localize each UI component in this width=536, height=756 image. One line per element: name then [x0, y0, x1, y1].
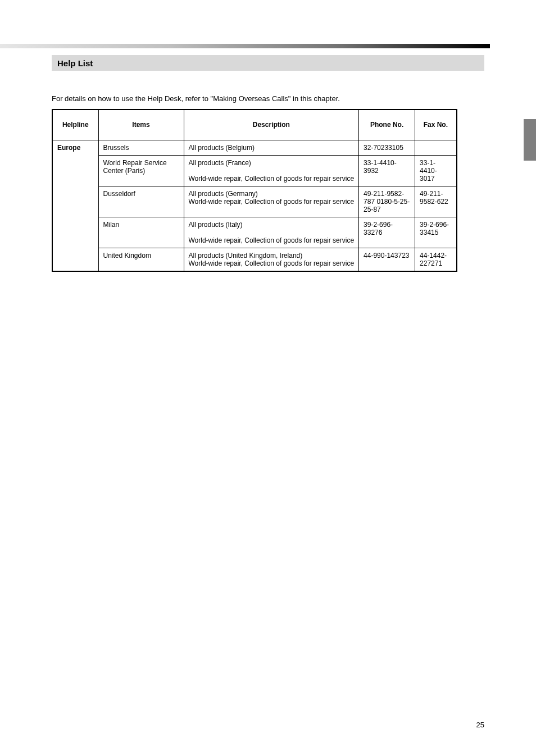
cell-phone: 44-990-143723 [359, 248, 415, 271]
section-note: For details on how to use the Help Desk,… [52, 94, 340, 103]
th-helpline: Helpline [52, 110, 98, 140]
cell-item: United Kingdom [98, 248, 184, 271]
cell-phone: 33-1-4410-3932 [359, 155, 415, 186]
helpline-group: Europe [52, 140, 98, 271]
cell-item: Milan [98, 217, 184, 248]
cell-phone: 39-2-696-33276 [359, 217, 415, 248]
top-gradient-bar [0, 44, 490, 48]
cell-description: All products (Belgium) [184, 140, 359, 155]
table-row: United Kingdom All products (United King… [52, 248, 457, 271]
cell-fax [415, 140, 457, 155]
th-fax: Fax No. [415, 110, 457, 140]
page-number: 25 [476, 721, 484, 729]
section-title: Help List [57, 58, 93, 68]
cell-item: Brussels [98, 140, 184, 155]
chapter-side-tab [524, 119, 536, 161]
cell-fax: 44-1442-227271 [415, 248, 457, 271]
cell-item: Dusseldorf [98, 186, 184, 217]
cell-fax: 33-1-4410-3017 [415, 155, 457, 186]
page: Help List For details on how to use the … [0, 0, 536, 756]
table-row: Europe Brussels All products (Belgium) 3… [52, 140, 457, 155]
cell-description: All products (Germany) World-wide repair… [184, 186, 359, 217]
th-description: Description [184, 110, 359, 140]
table-header-row: Helpline Items Description Phone No. Fax… [52, 110, 457, 140]
cell-description: All products (United Kingdom, Ireland) W… [184, 248, 359, 271]
table-row: Dusseldorf All products (Germany) World-… [52, 186, 457, 217]
cell-item: World Repair Service Center (Paris) [98, 155, 184, 186]
table-row: Milan All products (Italy) World-wide re… [52, 217, 457, 248]
help-list-table: Helpline Items Description Phone No. Fax… [52, 109, 457, 272]
table-body: Europe Brussels All products (Belgium) 3… [52, 140, 457, 271]
cell-phone: 32-70233105 [359, 140, 415, 155]
cell-fax: 49-211-9582-622 [415, 186, 457, 217]
table-row: World Repair Service Center (Paris) All … [52, 155, 457, 186]
th-items: Items [98, 110, 184, 140]
cell-description: All products (Italy) World-wide repair, … [184, 217, 359, 248]
cell-phone: 49-211-9582-787 0180-5-25-25-87 [359, 186, 415, 217]
section-title-bar: Help List [52, 55, 484, 71]
cell-fax: 39-2-696-33415 [415, 217, 457, 248]
th-phone: Phone No. [359, 110, 415, 140]
cell-description: All products (France) World-wide repair,… [184, 155, 359, 186]
